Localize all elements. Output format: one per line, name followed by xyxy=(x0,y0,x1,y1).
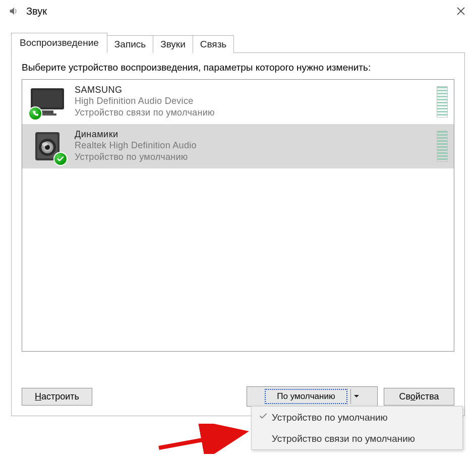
button-row: Настроить По умолчанию Устройство по умо… xyxy=(22,386,454,407)
tab-strip: Воспроизведение Запись Звуки Связь xyxy=(11,32,465,53)
level-meter xyxy=(437,131,448,162)
device-icon xyxy=(27,84,68,120)
level-meter xyxy=(437,86,448,118)
device-icon xyxy=(27,129,68,164)
close-icon xyxy=(456,7,465,16)
titlebar: Звук xyxy=(0,0,476,22)
tab-label: Звуки xyxy=(160,39,186,49)
device-status: Устройство по умолчанию xyxy=(75,151,437,163)
device-status: Устройство связи по умолчанию xyxy=(75,107,437,119)
properties-button[interactable]: Свойства xyxy=(384,388,454,406)
check-icon xyxy=(259,412,272,423)
sound-window: Звук Воспроизведение Запись Звуки Связь … xyxy=(0,0,476,459)
chevron-down-icon xyxy=(353,394,360,398)
panel-description: Выберите устройство воспроизведения, пар… xyxy=(22,61,454,74)
dropdown-caret[interactable] xyxy=(350,389,363,404)
device-name: Динамики xyxy=(75,129,437,140)
device-item-speakers[interactable]: Динамики Realtek High Definition Audio У… xyxy=(22,124,454,168)
device-text: SAMSUNG High Definition Audio Device Уст… xyxy=(75,85,437,119)
svg-rect-3 xyxy=(33,90,62,107)
tab-panel: Выберите устройство воспроизведения, пар… xyxy=(11,53,465,416)
close-button[interactable] xyxy=(451,1,471,21)
default-dropdown-menu: Устройство по умолчанию Устройство связи… xyxy=(251,406,463,450)
tab-communications[interactable]: Связь xyxy=(193,35,234,53)
device-driver: High Definition Audio Device xyxy=(75,95,437,107)
device-name: SAMSUNG xyxy=(75,85,437,95)
check-badge-icon xyxy=(53,152,68,166)
annotation-arrow xyxy=(156,424,252,454)
configure-button[interactable]: Настроить xyxy=(22,388,92,406)
device-item-samsung[interactable]: SAMSUNG High Definition Audio Device Уст… xyxy=(22,80,454,124)
menu-item-label: Устройство связи по умолчанию xyxy=(272,433,415,444)
svg-line-12 xyxy=(159,433,241,448)
menu-item-default-comm-device[interactable]: Устройство связи по умолчанию xyxy=(252,428,462,449)
sound-icon xyxy=(8,6,19,17)
set-default-button[interactable]: По умолчанию Устройство по умолчанию Уст… xyxy=(247,386,378,407)
device-list[interactable]: SAMSUNG High Definition Audio Device Уст… xyxy=(22,79,454,352)
device-driver: Realtek High Definition Audio xyxy=(75,140,437,151)
tab-sounds[interactable]: Звуки xyxy=(153,35,193,53)
menu-item-label: Устройство по умолчанию xyxy=(272,412,388,423)
svg-rect-4 xyxy=(41,110,53,113)
tab-label: Воспроизведение xyxy=(20,37,99,48)
tab-label: Запись xyxy=(114,39,146,49)
device-text: Динамики Realtek High Definition Audio У… xyxy=(75,129,437,163)
menu-item-default-device[interactable]: Устройство по умолчанию xyxy=(252,407,462,428)
tab-recording[interactable]: Запись xyxy=(107,35,153,53)
phone-badge-icon xyxy=(28,106,42,121)
tab-playback[interactable]: Воспроизведение xyxy=(11,33,107,53)
tab-label: Связь xyxy=(200,39,227,49)
svg-point-11 xyxy=(42,142,48,146)
window-title: Звук xyxy=(26,6,451,17)
